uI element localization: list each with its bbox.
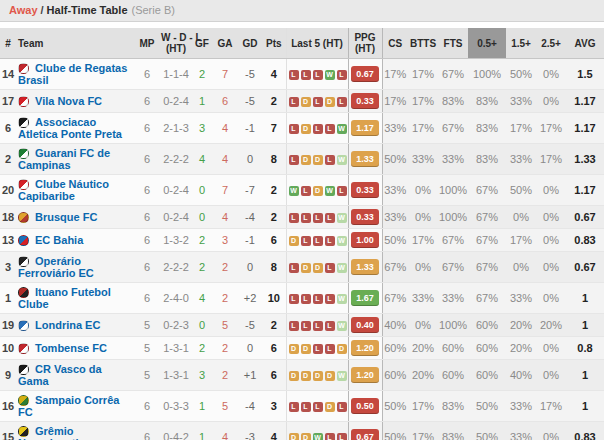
form-w-box: W <box>325 186 335 196</box>
ppg-cell: 1.17 <box>348 113 382 144</box>
gf-cell: 0 <box>192 175 212 206</box>
team-link[interactable]: Londrina EC <box>35 319 100 331</box>
col-header-wdl[interactable]: W - D - L(HT) <box>160 28 192 59</box>
col-header-team[interactable]: Team <box>16 28 134 59</box>
fts-cell: 83% <box>438 90 468 113</box>
over05-cell: 67% <box>468 283 506 314</box>
ga-cell: 2 <box>212 283 238 314</box>
ppg-cell: 0.33 <box>348 175 382 206</box>
btts-cell: 20% <box>408 360 438 391</box>
over15-cell: 33% <box>506 391 536 422</box>
cs-cell: 17% <box>382 90 408 113</box>
ppg-badge: 1.20 <box>351 367 379 383</box>
over25-cell: 0% <box>536 283 566 314</box>
team-crest-icon <box>18 320 29 331</box>
col-header-over15[interactable]: 1.5+ <box>506 28 536 59</box>
fts-cell: 67% <box>438 229 468 252</box>
team-link[interactable]: Grêmio Novorizontino <box>18 425 92 440</box>
team-link[interactable]: Brusque FC <box>35 211 97 223</box>
last5-form: LLLLW <box>288 292 348 304</box>
col-header-ppg-line2: (HT) <box>350 43 381 54</box>
last5-form: DDWLL <box>288 431 348 440</box>
team-link[interactable]: CR Vasco da Gama <box>18 363 102 387</box>
table-row: 13 EC Bahia 6 1-3-2 2 3 -1 6 DLLLW 1.00 … <box>0 229 604 252</box>
col-header-fts[interactable]: FTS <box>438 28 468 59</box>
col-header-mp[interactable]: MP <box>134 28 160 59</box>
mp-cell: 6 <box>134 422 160 440</box>
form-d-box: D <box>289 236 299 246</box>
mp-cell: 5 <box>134 360 160 391</box>
fts-cell: 83% <box>438 391 468 422</box>
form-l-box: L <box>301 213 311 223</box>
mp-cell: 6 <box>134 283 160 314</box>
form-l-box: L <box>325 213 335 223</box>
team-link[interactable]: Tombense FC <box>35 342 107 354</box>
ppg-badge: 1.67 <box>351 290 379 306</box>
last5-cell: DDLLD <box>286 337 348 360</box>
col-header-btts[interactable]: BTTS <box>408 28 438 59</box>
col-header-avg[interactable]: AVG <box>566 28 604 59</box>
team-link[interactable]: Sampaio Corrêa FC <box>18 394 119 418</box>
rank-cell: 15 <box>0 422 16 440</box>
team-link[interactable]: Operário Ferroviário EC <box>18 255 94 279</box>
team-cell: Ituano Futebol Clube <box>16 283 134 314</box>
pts-cell: 7 <box>262 113 286 144</box>
col-header-ppg[interactable]: PPG(HT) <box>348 28 382 59</box>
team-cell: Clube Náutico Capibaribe <box>16 175 134 206</box>
page-title: Half-Time Table <box>47 4 128 16</box>
wdl-cell: 0-3-3 <box>160 391 192 422</box>
pts-cell: 3 <box>262 391 286 422</box>
last5-cell: LDDLW <box>286 252 348 283</box>
team-link[interactable]: Associacao Atletica Ponte Preta <box>18 116 122 140</box>
team-crest-icon <box>18 426 29 437</box>
gd-cell: +1 <box>238 360 262 391</box>
over15-cell: 17% <box>506 229 536 252</box>
col-header-pts[interactable]: Pts <box>262 28 286 59</box>
col-header-ga[interactable]: GA <box>212 28 238 59</box>
table-row: 1 Ituano Futebol Clube 6 2-4-0 4 2 +2 10… <box>0 283 604 314</box>
team-cell: Vila Nova FC <box>16 90 134 113</box>
col-header-rank[interactable]: # <box>0 28 16 59</box>
btts-cell: 17% <box>408 90 438 113</box>
col-header-over25[interactable]: 2.5+ <box>536 28 566 59</box>
ppg-badge: 0.33 <box>351 93 379 109</box>
gd-cell: -3 <box>238 422 262 440</box>
wdl-cell: 0-2-4 <box>160 90 192 113</box>
form-l-box: L <box>325 321 335 331</box>
cs-cell: 50% <box>382 422 408 440</box>
col-header-over05-selected[interactable]: 0.5+ <box>468 28 506 59</box>
over05-cell: 50% <box>468 391 506 422</box>
form-l-box: L <box>325 124 335 134</box>
col-header-last5[interactable]: Last 5 (HT) <box>286 28 348 59</box>
pts-cell: 2 <box>262 206 286 229</box>
ppg-cell: 1.33 <box>348 144 382 175</box>
last5-cell: LLLDL <box>286 391 348 422</box>
pts-cell: 6 <box>262 229 286 252</box>
mp-cell: 6 <box>134 113 160 144</box>
fts-cell: 67% <box>438 59 468 90</box>
rank-cell: 9 <box>0 360 16 391</box>
gd-cell: +2 <box>238 283 262 314</box>
rank-cell: 18 <box>0 206 16 229</box>
away-link[interactable]: Away <box>9 4 38 16</box>
gf-cell: 1 <box>192 391 212 422</box>
pts-cell: 6 <box>262 360 286 391</box>
team-cell: Associacao Atletica Ponte Preta <box>16 113 134 144</box>
form-l-box: L <box>325 155 335 165</box>
table-row: 9 CR Vasco da Gama 5 1-3-1 3 2 +1 6 DDDD… <box>0 360 604 391</box>
form-w-box: W <box>289 186 299 196</box>
form-d-box: D <box>313 155 323 165</box>
team-link[interactable]: Guarani FC de Campinas <box>18 147 110 171</box>
team-link[interactable]: EC Bahia <box>35 234 83 246</box>
team-link[interactable]: Clube de Regatas Brasil <box>18 62 127 86</box>
team-link[interactable]: Clube Náutico Capibaribe <box>18 178 109 202</box>
btts-cell: 17% <box>408 229 438 252</box>
form-d-box: D <box>301 97 311 107</box>
col-header-gd[interactable]: GD <box>238 28 262 59</box>
team-link[interactable]: Ituano Futebol Clube <box>18 286 111 310</box>
form-d-box: D <box>289 433 299 440</box>
rank-cell: 16 <box>0 391 16 422</box>
col-header-cs[interactable]: CS <box>382 28 408 59</box>
team-link[interactable]: Vila Nova FC <box>35 95 102 107</box>
over15-cell: 20% <box>506 337 536 360</box>
